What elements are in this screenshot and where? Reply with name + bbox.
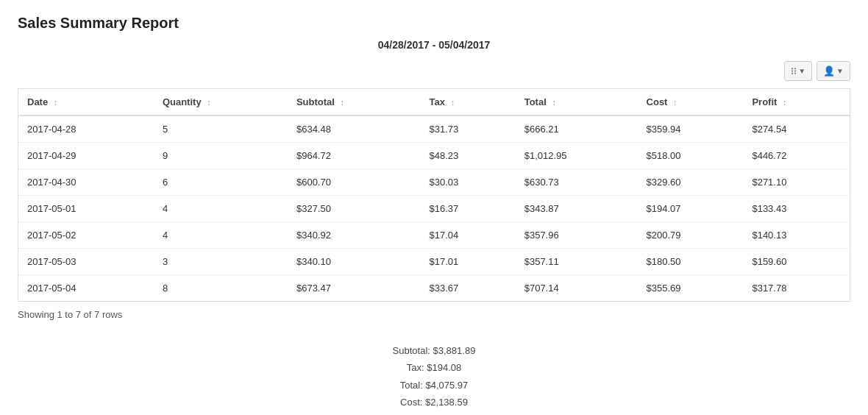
cell-cost: $329.60 [638, 169, 744, 196]
sort-icon-total: ↕ [552, 98, 556, 107]
cell-quantity: 4 [154, 222, 288, 249]
cell-tax: $17.04 [421, 222, 516, 249]
cell-subtotal: $964.72 [288, 143, 421, 169]
cell-total: $630.73 [516, 169, 638, 196]
cell-profit: $274.54 [743, 116, 850, 143]
table-row: 2017-04-285$634.48$31.73$666.21$359.94$2… [18, 116, 850, 143]
cell-date: 2017-05-04 [18, 275, 154, 302]
cell-total: $666.21 [516, 116, 638, 143]
sort-icon-date: ↕ [54, 98, 58, 107]
columns-chevron-icon: ▼ [798, 67, 805, 75]
cell-quantity: 9 [154, 143, 288, 169]
cell-quantity: 3 [154, 249, 288, 275]
sort-icon-subtotal: ↕ [341, 98, 345, 107]
cell-date: 2017-04-30 [18, 169, 154, 196]
col-profit[interactable]: Profit ↕ [743, 89, 850, 116]
sales-table: Date ↕ Quantity ↕ Subtotal ↕ Tax ↕ Total… [18, 88, 850, 302]
cell-total: $707.14 [516, 275, 638, 302]
toolbar: ⁝⁝ ▼ 👤 ▼ [18, 61, 850, 81]
table-row: 2017-04-299$964.72$48.23$1,012.95$518.00… [18, 143, 850, 169]
cell-subtotal: $340.10 [288, 249, 421, 275]
export-icon: 👤 [823, 65, 835, 77]
summary-cost-value: $2,138.59 [425, 397, 468, 408]
cell-subtotal: $600.70 [288, 169, 421, 196]
summary-tax-value: $194.08 [427, 362, 461, 373]
table-row: 2017-05-048$673.47$33.67$707.14$355.69$3… [18, 275, 850, 302]
export-chevron-icon: ▼ [836, 67, 844, 75]
cell-cost: $359.94 [638, 116, 744, 143]
cell-quantity: 4 [154, 196, 288, 222]
summary-cost-label: Cost: [400, 397, 422, 408]
cell-quantity: 8 [154, 275, 288, 302]
export-button[interactable]: 👤 ▼ [817, 61, 850, 81]
table-row: 2017-05-014$327.50$16.37$343.87$194.07$1… [18, 196, 850, 222]
col-subtotal[interactable]: Subtotal ↕ [288, 89, 421, 116]
columns-icon: ⁝⁝ [791, 65, 797, 77]
summary-profit: Profit: $1,743.30 [18, 411, 850, 415]
cell-profit: $271.10 [743, 169, 850, 196]
cell-quantity: 6 [154, 169, 288, 196]
cell-tax: $33.67 [421, 275, 516, 302]
cell-date: 2017-05-01 [18, 196, 154, 222]
summary-cost: Cost: $2,138.59 [18, 394, 850, 411]
cell-tax: $31.73 [421, 116, 516, 143]
summary-tax: Tax: $194.08 [18, 359, 850, 376]
summary-total-value: $4,075.97 [425, 380, 468, 391]
cell-profit: $317.78 [743, 275, 850, 302]
cell-quantity: 5 [154, 116, 288, 143]
table-row: 2017-05-024$340.92$17.04$357.96$200.79$1… [18, 222, 850, 249]
cell-tax: $48.23 [421, 143, 516, 169]
cell-subtotal: $634.48 [288, 116, 421, 143]
cell-cost: $200.79 [638, 222, 744, 249]
cell-date: 2017-04-29 [18, 143, 154, 169]
date-range: 04/28/2017 - 05/04/2017 [18, 39, 850, 51]
summary-subtotal: Subtotal: $3,881.89 [18, 342, 850, 359]
col-cost[interactable]: Cost ↕ [638, 89, 744, 116]
cell-total: $343.87 [516, 196, 638, 222]
summary-subtotal-label: Subtotal: [393, 345, 430, 356]
cell-subtotal: $340.92 [288, 222, 421, 249]
summary-subtotal-value: $3,881.89 [433, 345, 476, 356]
sort-icon-quantity: ↕ [207, 98, 211, 107]
cell-profit: $159.60 [743, 249, 850, 275]
sort-icon-cost: ↕ [673, 98, 677, 107]
cell-date: 2017-05-02 [18, 222, 154, 249]
cell-subtotal: $673.47 [288, 275, 421, 302]
cell-profit: $446.72 [743, 143, 850, 169]
col-date[interactable]: Date ↕ [18, 89, 154, 116]
col-tax[interactable]: Tax ↕ [421, 89, 516, 116]
sort-icon-tax: ↕ [451, 98, 455, 107]
cell-cost: $180.50 [638, 249, 744, 275]
cell-subtotal: $327.50 [288, 196, 421, 222]
columns-button[interactable]: ⁝⁝ ▼ [784, 61, 812, 81]
page-title: Sales Summary Report [18, 15, 850, 32]
cell-profit: $140.13 [743, 222, 850, 249]
sort-icon-profit: ↕ [783, 98, 787, 107]
summary-total: Total: $4,075.97 [18, 377, 850, 394]
cell-date: 2017-05-03 [18, 249, 154, 275]
col-quantity[interactable]: Quantity ↕ [154, 89, 288, 116]
cell-total: $357.11 [516, 249, 638, 275]
summary-section: Subtotal: $3,881.89 Tax: $194.08 Total: … [18, 342, 850, 415]
table-body: 2017-04-285$634.48$31.73$666.21$359.94$2… [18, 116, 850, 302]
col-total[interactable]: Total ↕ [516, 89, 638, 116]
cell-tax: $17.01 [421, 249, 516, 275]
cell-tax: $30.03 [421, 169, 516, 196]
cell-cost: $518.00 [638, 143, 744, 169]
cell-cost: $355.69 [638, 275, 744, 302]
table-row: 2017-04-306$600.70$30.03$630.73$329.60$2… [18, 169, 850, 196]
cell-cost: $194.07 [638, 196, 744, 222]
table-row: 2017-05-033$340.10$17.01$357.11$180.50$1… [18, 249, 850, 275]
cell-date: 2017-04-28 [18, 116, 154, 143]
table-header: Date ↕ Quantity ↕ Subtotal ↕ Tax ↕ Total… [18, 89, 850, 116]
cell-tax: $16.37 [421, 196, 516, 222]
cell-total: $357.96 [516, 222, 638, 249]
row-count: Showing 1 to 7 of 7 rows [18, 309, 850, 320]
summary-tax-label: Tax: [407, 362, 424, 373]
cell-total: $1,012.95 [516, 143, 638, 169]
summary-total-label: Total: [400, 380, 423, 391]
cell-profit: $133.43 [743, 196, 850, 222]
